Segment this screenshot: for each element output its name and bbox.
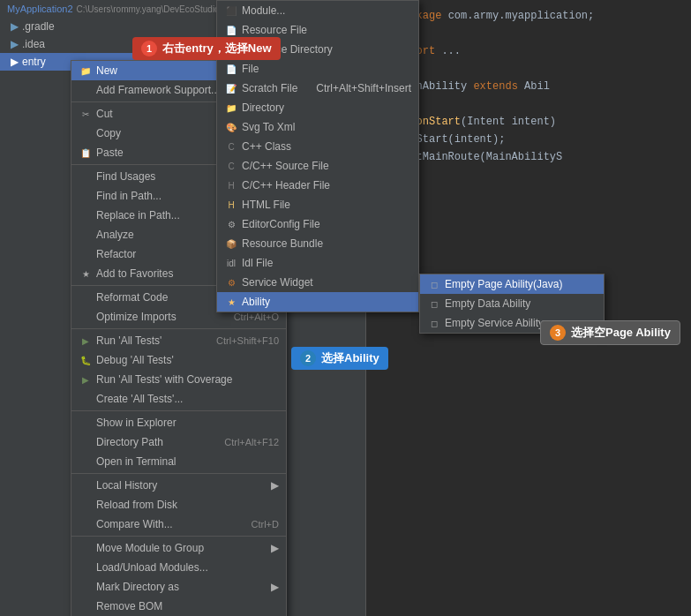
new-html-item[interactable]: H HTML File — [217, 195, 418, 214]
new-directory-item[interactable]: 📁 Directory — [217, 98, 418, 117]
empty-service-icon: ◻ — [427, 319, 441, 328]
favorites-icon: ★ — [79, 269, 93, 279]
directory-icon: 📁 — [224, 103, 238, 113]
resource-bundle-icon: 📦 — [224, 239, 238, 249]
menu-label-compare: Compare With... — [96, 518, 173, 530]
new-cpp-class-label: C++ Class — [242, 140, 291, 153]
menu-label-coverage: Run 'All Tests' with Coverage — [96, 373, 232, 386]
menu-item-mark-dir[interactable]: Mark Directory as ▶ — [71, 577, 286, 597]
menu-label-mark-dir: Mark Directory as — [96, 581, 179, 593]
ability-icon: ★ — [224, 297, 238, 307]
scratch-shortcut: Ctrl+Alt+Shift+Insert — [316, 82, 411, 94]
new-idl-label: Idl File — [242, 257, 273, 269]
menu-item-terminal[interactable]: Open in Terminal — [71, 452, 286, 471]
menu-item-dir-path[interactable]: Directory Path Ctrl+Alt+F12 — [71, 432, 286, 452]
menu-label-dir-path: Directory Path — [96, 436, 163, 448]
cpp-source-icon: C — [224, 162, 238, 171]
menu-label-framework: Add Framework Support... — [96, 84, 220, 96]
module-icon: ⬛ — [224, 6, 238, 16]
new-resource-bundle-label: Resource Bundle — [242, 237, 323, 250]
menu-label-show-explorer: Show in Explorer — [96, 417, 177, 429]
step2-text: 选择Ability — [321, 350, 379, 366]
menu-label-reload: Reload from Disk — [96, 499, 177, 511]
menu-label-replace: Replace in Path... — [96, 209, 180, 222]
optimize-shortcut: Ctrl+Alt+O — [234, 312, 279, 322]
step3-badge: 3 选择空Page Ability — [540, 320, 680, 345]
new-ability-item[interactable]: ★ Ability — [217, 292, 418, 312]
menu-label-local-history: Local History — [96, 479, 157, 492]
svg-icon: 🎨 — [224, 123, 238, 132]
menu-label-create: Create 'All Tests'... — [96, 393, 183, 405]
menu-label-find-usages: Find Usages — [96, 170, 155, 183]
line-content-1: package com.army.myapplication; — [397, 10, 594, 22]
service-widget-icon: ⚙ — [224, 278, 238, 288]
scratch-icon: 📝 — [224, 84, 238, 94]
new-service-widget-label: Service Widget — [242, 276, 313, 289]
new-cpp-header-label: C/C++ Header File — [242, 179, 330, 192]
new-cpp-source-item[interactable]: C C/C++ Source File — [217, 156, 418, 176]
menu-label-favorites: Add to Favorites — [96, 267, 173, 280]
new-cpp-class-item[interactable]: C C++ Class — [217, 137, 418, 156]
editorconfig-icon: ⚙ — [224, 220, 238, 229]
paste-icon: 📋 — [79, 148, 93, 158]
ability-empty-service-label: Empty Service Ability — [445, 317, 544, 329]
ability-empty-data-label: Empty Data Ability — [445, 297, 530, 310]
compare-shortcut: Ctrl+D — [252, 519, 279, 530]
menu-item-compare[interactable]: Compare With... Ctrl+D — [71, 515, 286, 534]
new-cpp-source-label: C/C++ Source File — [242, 160, 329, 172]
new-svg-item[interactable]: 🎨 Svg To Xml — [217, 117, 418, 137]
project-name: MyApplication2 — [7, 4, 73, 14]
dir-path-shortcut: Ctrl+Alt+F12 — [224, 437, 279, 447]
step1-number: 1 — [141, 41, 157, 56]
menu-label-paste: Paste — [96, 146, 124, 159]
separator-5 — [71, 410, 286, 411]
mark-dir-arrow: ▶ — [271, 581, 279, 593]
new-scratch-item[interactable]: 📝 Scratch File Ctrl+Alt+Shift+Insert — [217, 79, 418, 98]
new-resource-file-label: Resource File — [242, 24, 307, 36]
history-arrow: ▶ — [271, 479, 279, 492]
new-cpp-header-item[interactable]: H C/C++ Header File — [217, 176, 418, 195]
empty-page-icon: ◻ — [427, 280, 441, 289]
new-svg-label: Svg To Xml — [242, 121, 295, 133]
menu-item-remove-bom[interactable]: Remove BOM — [71, 597, 286, 616]
new-file-item[interactable]: 📄 File — [217, 59, 418, 79]
run-icon: ▶ — [79, 336, 93, 346]
menu-label-move-module: Move Module to Group — [96, 542, 204, 554]
menu-item-reload[interactable]: Reload from Disk — [71, 495, 286, 515]
cpp-header-icon: H — [224, 181, 238, 191]
separator-6 — [71, 473, 286, 474]
step2-badge: 2 选择Ability — [291, 347, 388, 370]
menu-item-move-module[interactable]: Move Module to Group ▶ — [71, 538, 286, 558]
separator-4 — [71, 328, 286, 329]
menu-item-load-unload[interactable]: Load/Unload Modules... — [71, 558, 286, 577]
new-resource-bundle-item[interactable]: 📦 Resource Bundle — [217, 234, 418, 253]
menu-item-create[interactable]: Create 'All Tests'... — [71, 389, 286, 409]
resource-file-icon: 📄 — [224, 26, 238, 35]
menu-item-run[interactable]: ▶ Run 'All Tests' Ctrl+Shift+F10 — [71, 331, 286, 350]
coverage-icon: ▶ — [79, 375, 93, 385]
idl-icon: idl — [224, 259, 238, 268]
new-editorconfig-item[interactable]: ⚙ EditorConfig File — [217, 214, 418, 234]
new-icon: 📁 — [79, 66, 93, 76]
new-idl-item[interactable]: idl Idl File — [217, 253, 418, 273]
ability-empty-page-label: Empty Page Ability(Java) — [445, 278, 562, 290]
step3-text: 选择空Page Ability — [571, 325, 671, 341]
new-module-item[interactable]: ⬛ Module... — [217, 1, 418, 20]
new-service-widget-item[interactable]: ⚙ Service Widget — [217, 273, 418, 292]
html-icon: H — [224, 200, 238, 210]
cpp-class-icon: C — [224, 142, 238, 152]
menu-label-new: New — [96, 64, 117, 77]
file-icon: 📄 — [224, 64, 238, 74]
step1-badge: 1 右击entry，选择New — [132, 37, 281, 60]
menu-item-show-explorer[interactable]: Show in Explorer — [71, 413, 286, 432]
menu-item-debug[interactable]: 🐛 Debug 'All Tests' — [71, 350, 286, 370]
menu-label-optimize: Optimize Imports — [96, 311, 177, 323]
menu-item-local-history[interactable]: Local History ▶ — [71, 476, 286, 495]
menu-label-refactor: Refactor — [96, 248, 136, 260]
step1-tooltip: 1 右击entry，选择New — [132, 37, 281, 60]
menu-item-coverage[interactable]: ▶ Run 'All Tests' with Coverage — [71, 370, 286, 389]
ability-empty-data[interactable]: ◻ Empty Data Ability — [420, 294, 604, 313]
ability-empty-page[interactable]: ◻ Empty Page Ability(Java) — [420, 274, 604, 294]
cut-icon: ✂ — [79, 109, 93, 119]
empty-data-icon: ◻ — [427, 299, 441, 309]
